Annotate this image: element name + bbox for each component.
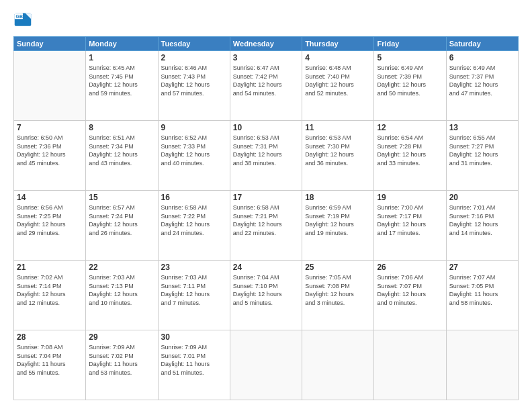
day-number: 30	[161, 332, 227, 342]
calendar-cell: 29Sunrise: 7:09 AM Sunset: 7:02 PM Dayli…	[86, 330, 158, 400]
day-number: 24	[233, 263, 299, 272]
day-number: 12	[377, 123, 443, 132]
day-info: Sunrise: 6:54 AM Sunset: 7:28 PM Dayligh…	[377, 134, 443, 167]
day-number: 15	[89, 193, 154, 202]
calendar-cell: 30Sunrise: 7:09 AM Sunset: 7:01 PM Dayli…	[158, 330, 230, 400]
calendar-cell: 4Sunrise: 6:48 AM Sunset: 7:40 PM Daylig…	[302, 51, 374, 121]
weekday-header-wednesday: Wednesday	[230, 37, 302, 51]
day-info: Sunrise: 6:57 AM Sunset: 7:24 PM Dayligh…	[89, 203, 154, 237]
day-info: Sunrise: 6:46 AM Sunset: 7:43 PM Dayligh…	[161, 64, 227, 97]
day-number: 20	[449, 193, 515, 202]
day-number: 25	[305, 263, 371, 272]
calendar-week-2: 7Sunrise: 6:50 AM Sunset: 7:36 PM Daylig…	[14, 121, 519, 191]
day-number: 11	[305, 123, 371, 132]
weekday-header-sunday: Sunday	[14, 37, 86, 51]
calendar-cell: 11Sunrise: 6:53 AM Sunset: 7:30 PM Dayli…	[302, 121, 374, 191]
calendar-cell: 26Sunrise: 7:06 AM Sunset: 7:07 PM Dayli…	[374, 261, 446, 330]
calendar-cell: 18Sunrise: 6:59 AM Sunset: 7:19 PM Dayli…	[302, 191, 374, 261]
day-info: Sunrise: 6:53 AM Sunset: 7:31 PM Dayligh…	[233, 134, 299, 167]
calendar-cell: 8Sunrise: 6:51 AM Sunset: 7:34 PM Daylig…	[86, 121, 158, 191]
logo-icon: GB	[13, 11, 32, 30]
calendar-cell: 16Sunrise: 6:58 AM Sunset: 7:22 PM Dayli…	[158, 191, 230, 261]
day-number: 29	[89, 332, 154, 342]
calendar-week-4: 21Sunrise: 7:02 AM Sunset: 7:14 PM Dayli…	[14, 261, 519, 330]
day-number: 4	[305, 53, 371, 62]
calendar-table: SundayMondayTuesdayWednesdayThursdayFrid…	[13, 36, 519, 400]
page: GB SundayMondayTuesdayWednesdayThursdayF…	[0, 0, 532, 411]
calendar-cell: 19Sunrise: 7:00 AM Sunset: 7:17 PM Dayli…	[374, 191, 446, 261]
day-number: 28	[17, 332, 83, 342]
day-info: Sunrise: 6:59 AM Sunset: 7:19 PM Dayligh…	[305, 203, 371, 237]
calendar-cell: 10Sunrise: 6:53 AM Sunset: 7:31 PM Dayli…	[230, 121, 302, 191]
day-info: Sunrise: 6:50 AM Sunset: 7:36 PM Dayligh…	[17, 134, 83, 167]
day-info: Sunrise: 6:47 AM Sunset: 7:42 PM Dayligh…	[233, 64, 299, 97]
day-number: 2	[161, 53, 227, 62]
day-number: 6	[449, 53, 515, 62]
calendar-cell	[230, 330, 302, 400]
calendar-cell: 2Sunrise: 6:46 AM Sunset: 7:43 PM Daylig…	[158, 51, 230, 121]
calendar-cell: 27Sunrise: 7:07 AM Sunset: 7:05 PM Dayli…	[446, 261, 518, 330]
weekday-header-tuesday: Tuesday	[158, 37, 230, 51]
day-number: 16	[161, 193, 227, 202]
day-info: Sunrise: 6:49 AM Sunset: 7:37 PM Dayligh…	[449, 64, 515, 97]
day-info: Sunrise: 6:55 AM Sunset: 7:27 PM Dayligh…	[449, 134, 515, 167]
weekday-header-friday: Friday	[374, 37, 446, 51]
day-number: 14	[17, 193, 83, 202]
day-number: 3	[233, 53, 299, 62]
calendar-cell	[302, 330, 374, 400]
day-number: 22	[89, 263, 154, 272]
day-number: 10	[233, 123, 299, 132]
calendar-cell: 15Sunrise: 6:57 AM Sunset: 7:24 PM Dayli…	[86, 191, 158, 261]
calendar-week-3: 14Sunrise: 6:56 AM Sunset: 7:25 PM Dayli…	[14, 191, 519, 261]
calendar-cell: 6Sunrise: 6:49 AM Sunset: 7:37 PM Daylig…	[446, 51, 518, 121]
day-number: 1	[89, 53, 154, 62]
svg-text:GB: GB	[16, 14, 24, 19]
day-number: 8	[89, 123, 154, 132]
day-info: Sunrise: 6:58 AM Sunset: 7:21 PM Dayligh…	[233, 203, 299, 237]
calendar-cell: 20Sunrise: 7:01 AM Sunset: 7:16 PM Dayli…	[446, 191, 518, 261]
day-info: Sunrise: 6:56 AM Sunset: 7:25 PM Dayligh…	[17, 203, 83, 237]
calendar-cell: 1Sunrise: 6:45 AM Sunset: 7:45 PM Daylig…	[86, 51, 158, 121]
day-number: 7	[17, 123, 83, 132]
day-info: Sunrise: 7:05 AM Sunset: 7:08 PM Dayligh…	[305, 273, 371, 307]
day-info: Sunrise: 6:58 AM Sunset: 7:22 PM Dayligh…	[161, 203, 227, 237]
day-number: 5	[377, 53, 443, 62]
day-number: 27	[449, 263, 515, 272]
calendar-cell	[374, 330, 446, 400]
day-info: Sunrise: 7:06 AM Sunset: 7:07 PM Dayligh…	[377, 273, 443, 307]
day-info: Sunrise: 6:45 AM Sunset: 7:45 PM Dayligh…	[89, 64, 154, 97]
weekday-header-saturday: Saturday	[446, 37, 518, 51]
day-info: Sunrise: 7:02 AM Sunset: 7:14 PM Dayligh…	[17, 273, 83, 307]
calendar-cell: 28Sunrise: 7:08 AM Sunset: 7:04 PM Dayli…	[14, 330, 86, 400]
day-info: Sunrise: 7:01 AM Sunset: 7:16 PM Dayligh…	[449, 203, 515, 237]
calendar-week-1: 1Sunrise: 6:45 AM Sunset: 7:45 PM Daylig…	[14, 51, 519, 121]
day-info: Sunrise: 7:04 AM Sunset: 7:10 PM Dayligh…	[233, 273, 299, 307]
day-info: Sunrise: 6:48 AM Sunset: 7:40 PM Dayligh…	[305, 64, 371, 97]
header: GB	[13, 11, 519, 30]
day-number: 17	[233, 193, 299, 202]
day-number: 13	[449, 123, 515, 132]
weekday-header-row: SundayMondayTuesdayWednesdayThursdayFrid…	[14, 37, 519, 51]
day-number: 9	[161, 123, 227, 132]
day-info: Sunrise: 7:03 AM Sunset: 7:13 PM Dayligh…	[89, 273, 154, 307]
calendar-cell: 7Sunrise: 6:50 AM Sunset: 7:36 PM Daylig…	[14, 121, 86, 191]
calendar-cell: 3Sunrise: 6:47 AM Sunset: 7:42 PM Daylig…	[230, 51, 302, 121]
calendar-cell	[14, 51, 86, 121]
calendar-week-5: 28Sunrise: 7:08 AM Sunset: 7:04 PM Dayli…	[14, 330, 519, 400]
day-info: Sunrise: 6:52 AM Sunset: 7:33 PM Dayligh…	[161, 134, 227, 167]
calendar-cell: 25Sunrise: 7:05 AM Sunset: 7:08 PM Dayli…	[302, 261, 374, 330]
calendar-cell: 9Sunrise: 6:52 AM Sunset: 7:33 PM Daylig…	[158, 121, 230, 191]
weekday-header-thursday: Thursday	[302, 37, 374, 51]
calendar-cell: 17Sunrise: 6:58 AM Sunset: 7:21 PM Dayli…	[230, 191, 302, 261]
day-number: 21	[17, 263, 83, 272]
day-number: 18	[305, 193, 371, 202]
day-info: Sunrise: 6:53 AM Sunset: 7:30 PM Dayligh…	[305, 134, 371, 167]
day-info: Sunrise: 6:49 AM Sunset: 7:39 PM Dayligh…	[377, 64, 443, 97]
day-info: Sunrise: 7:09 AM Sunset: 7:01 PM Dayligh…	[161, 343, 227, 377]
day-info: Sunrise: 6:51 AM Sunset: 7:34 PM Dayligh…	[89, 134, 154, 167]
day-info: Sunrise: 7:08 AM Sunset: 7:04 PM Dayligh…	[17, 343, 83, 377]
calendar-cell: 23Sunrise: 7:03 AM Sunset: 7:11 PM Dayli…	[158, 261, 230, 330]
calendar-cell: 14Sunrise: 6:56 AM Sunset: 7:25 PM Dayli…	[14, 191, 86, 261]
day-info: Sunrise: 7:03 AM Sunset: 7:11 PM Dayligh…	[161, 273, 227, 307]
weekday-header-monday: Monday	[86, 37, 158, 51]
